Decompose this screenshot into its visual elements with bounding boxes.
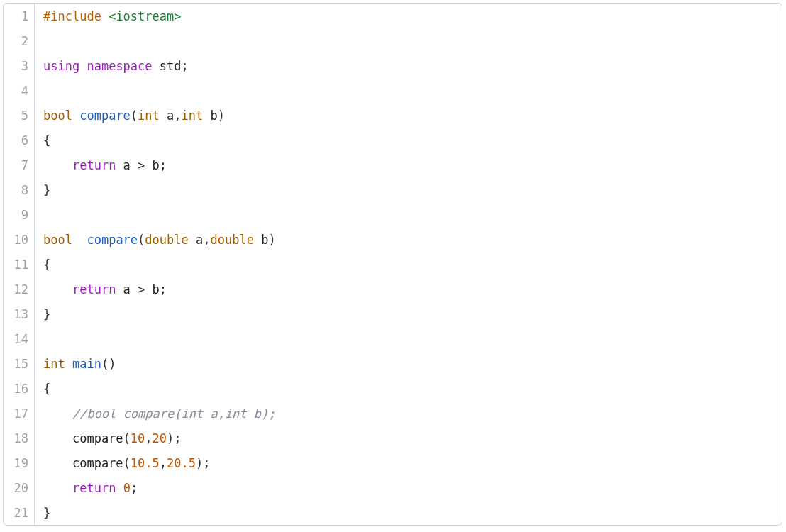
code-line: 10bool compare(double a,double b)	[4, 227, 782, 252]
code-token: return	[72, 158, 116, 172]
code-token	[43, 158, 72, 172]
code-token: (	[131, 109, 138, 123]
code-token: (	[123, 456, 131, 470]
code-content: }	[35, 307, 50, 321]
code-token: int	[182, 109, 204, 123]
code-token: //bool compare(int a,int b);	[72, 406, 276, 421]
code-token	[79, 59, 87, 73]
code-token: >	[138, 158, 145, 172]
line-number: 6	[4, 128, 35, 153]
code-token: return	[72, 282, 116, 297]
code-line: 7 return a > b;	[4, 153, 782, 177]
code-token: ,	[145, 431, 152, 445]
line-number: 11	[4, 252, 35, 277]
code-line: 9	[4, 202, 782, 227]
code-token: }	[43, 506, 50, 520]
code-token: 20.5	[167, 456, 196, 470]
code-token: a	[189, 233, 203, 247]
code-line: 17 //bool compare(int a,int b);	[4, 401, 782, 426]
line-number: 16	[4, 376, 35, 401]
code-token: );	[196, 456, 210, 470]
code-token: bool	[43, 233, 72, 247]
line-number: 5	[4, 103, 35, 128]
line-number: 8	[4, 177, 35, 202]
code-editor: 1#include <iostream>23using namespace st…	[3, 3, 782, 526]
code-token: return	[72, 481, 116, 495]
code-line: 15int main()	[4, 351, 782, 376]
code-content: bool compare(double a,double b)	[35, 233, 276, 247]
line-number: 10	[4, 227, 35, 252]
code-line: 4	[4, 78, 782, 103]
code-content: compare(10,20);	[35, 431, 182, 445]
code-content: return 0;	[35, 481, 138, 495]
code-line: 8}	[4, 177, 782, 202]
code-token: double	[145, 233, 188, 247]
code-token: ,	[160, 456, 167, 470]
code-token: );	[167, 431, 181, 445]
code-content: compare(10.5,20.5);	[35, 456, 210, 470]
code-line: 19 compare(10.5,20.5);	[4, 450, 782, 475]
code-token: )	[218, 109, 225, 123]
code-token: ()	[101, 357, 116, 371]
code-token: >	[138, 282, 145, 297]
code-content: return a > b;	[35, 282, 167, 297]
line-number: 21	[4, 500, 35, 525]
code-content: {	[35, 133, 50, 148]
code-content: }	[35, 506, 50, 520]
code-token: (	[123, 431, 131, 445]
code-token: compare	[43, 431, 123, 445]
code-line: 14	[4, 326, 782, 351]
code-token	[116, 481, 123, 495]
code-token: ,	[203, 233, 210, 247]
line-number: 2	[4, 28, 35, 53]
code-content: //bool compare(int a,int b);	[35, 406, 276, 421]
code-token	[72, 233, 87, 247]
line-number: 18	[4, 426, 35, 450]
line-number: 19	[4, 450, 35, 475]
code-token: double	[211, 233, 254, 247]
code-content: int main()	[35, 357, 116, 371]
line-number: 12	[4, 277, 35, 301]
code-token: 0	[123, 481, 131, 495]
code-token: )	[268, 233, 275, 247]
line-number: 3	[4, 53, 35, 78]
code-line: 21}	[4, 500, 782, 525]
code-token: ;	[160, 282, 167, 297]
code-line: 2	[4, 28, 782, 53]
code-token: compare	[43, 456, 123, 470]
code-token: b	[145, 282, 159, 297]
code-token: 10.5	[131, 456, 160, 470]
code-token: ;	[182, 59, 189, 73]
code-line: 6{	[4, 128, 782, 153]
code-token: {	[43, 382, 50, 396]
code-token: namespace	[87, 59, 152, 73]
code-content: #include <iostream>	[35, 9, 182, 23]
code-content: {	[35, 257, 50, 272]
code-token: b	[145, 158, 159, 172]
code-token	[72, 109, 79, 123]
code-token: int	[138, 109, 160, 123]
code-token: 10	[131, 431, 145, 445]
line-number: 14	[4, 326, 35, 351]
code-content: {	[35, 382, 50, 396]
code-token: compare	[79, 109, 131, 123]
code-token: {	[43, 257, 50, 272]
line-number: 13	[4, 301, 35, 326]
code-token	[43, 481, 72, 495]
code-token: (	[138, 233, 145, 247]
code-token: compare	[87, 233, 138, 247]
code-token: }	[43, 307, 50, 321]
code-content: return a > b;	[35, 158, 167, 172]
code-line: 11{	[4, 252, 782, 277]
code-line: 12 return a > b;	[4, 277, 782, 301]
code-line: 5bool compare(int a,int b)	[4, 103, 782, 128]
code-token: a	[160, 109, 174, 123]
code-content: }	[35, 183, 50, 197]
code-token	[43, 406, 72, 421]
code-line: 18 compare(10,20);	[4, 426, 782, 450]
code-token: a	[116, 158, 138, 172]
code-token: {	[43, 133, 50, 148]
code-token: a	[116, 282, 138, 297]
code-line: 3using namespace std;	[4, 53, 782, 78]
code-token: #include	[43, 9, 101, 23]
